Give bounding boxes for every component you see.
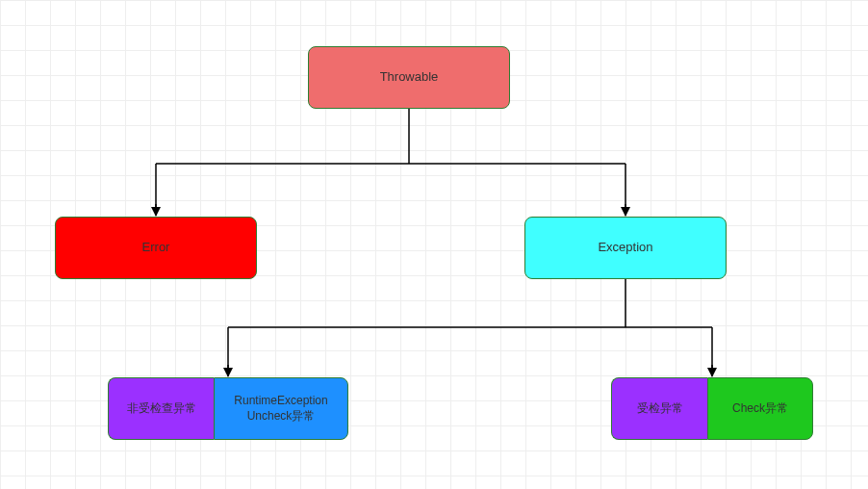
node-label: 非受检查异常: [127, 401, 196, 417]
node-unchecked-label: 非受检查异常: [108, 377, 214, 440]
node-error: Error: [55, 217, 257, 279]
node-runtime-exception: RuntimeException Uncheck异常: [214, 377, 348, 440]
node-label: Check异常: [732, 401, 788, 417]
runtime-line2: Uncheck异常: [247, 409, 316, 423]
runtime-line1: RuntimeException: [234, 394, 327, 407]
node-check-exception: Check异常: [707, 377, 813, 440]
node-exception: Exception: [524, 217, 727, 279]
node-checked-label: 受检异常: [611, 377, 707, 440]
node-label: Exception: [598, 240, 652, 256]
node-label: RuntimeException Uncheck异常: [234, 394, 327, 424]
node-label: Throwable: [380, 69, 439, 86]
node-throwable: Throwable: [308, 46, 510, 109]
node-label: Error: [142, 240, 170, 256]
node-label: 受检异常: [637, 401, 683, 417]
